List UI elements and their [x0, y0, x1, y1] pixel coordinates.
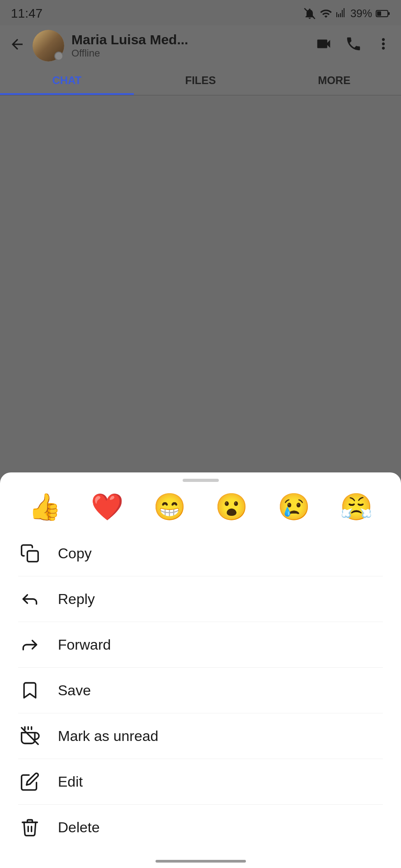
delete-label: Delete [58, 819, 100, 836]
grin-reaction[interactable]: 😁 [153, 494, 186, 520]
status-time: 11:47 [11, 6, 42, 21]
wow-reaction[interactable]: 😮 [215, 494, 248, 520]
mark-unread-icon [18, 724, 42, 748]
forward-label: Forward [58, 637, 111, 653]
forward-menu-item[interactable]: Forward [0, 622, 401, 667]
more-options-button[interactable] [375, 35, 392, 56]
edit-menu-item[interactable]: Edit [0, 759, 401, 804]
status-icons: 39% [303, 7, 390, 20]
save-label: Save [58, 682, 91, 699]
emoji-reaction-row: 👍 ❤️ 😁 😮 😢 😤 [0, 486, 401, 531]
copy-menu-item[interactable]: Copy [0, 531, 401, 576]
avatar[interactable] [33, 30, 64, 61]
reply-icon [18, 587, 42, 611]
drag-handle [183, 479, 219, 482]
delete-icon [18, 816, 42, 839]
mark-unread-label: Mark as unread [58, 728, 158, 745]
copy-icon [18, 542, 42, 565]
signal-icon [336, 7, 347, 20]
sad-reaction[interactable]: 😢 [278, 494, 310, 520]
bottom-nav-indicator [156, 860, 246, 863]
chat-area [0, 95, 401, 349]
angry-reaction[interactable]: 😤 [340, 494, 373, 520]
svg-rect-2 [388, 12, 390, 15]
contact-info: Maria Luisa Med... Offline [71, 32, 308, 59]
tab-files[interactable]: FILES [134, 66, 268, 95]
svg-rect-4 [28, 551, 38, 562]
sheet-handle [0, 472, 401, 486]
voice-call-button[interactable] [345, 35, 362, 56]
svg-rect-3 [377, 11, 381, 16]
back-button[interactable] [9, 36, 25, 55]
save-icon [18, 679, 42, 702]
status-bar: 11:47 39% [0, 0, 401, 25]
battery-text: 39% [350, 7, 372, 20]
notification-muted-icon [303, 7, 316, 20]
header-actions [315, 35, 392, 56]
tab-more[interactable]: MORE [267, 66, 401, 95]
video-call-button[interactable] [315, 35, 332, 56]
contact-status: Offline [71, 47, 308, 59]
avatar-badge [54, 52, 63, 61]
save-menu-item[interactable]: Save [0, 668, 401, 713]
bottom-sheet: 👍 ❤️ 😁 😮 😢 😤 Copy Reply [0, 472, 401, 868]
heart-reaction[interactable]: ❤️ [91, 494, 123, 520]
thumbsup-reaction[interactable]: 👍 [28, 494, 61, 520]
delete-menu-item[interactable]: Delete [0, 805, 401, 850]
contact-name: Maria Luisa Med... [71, 32, 308, 47]
chat-header: Maria Luisa Med... Offline [0, 25, 401, 66]
tab-bar: CHAT FILES MORE [0, 66, 401, 95]
copy-label: Copy [58, 545, 92, 562]
forward-icon [18, 633, 42, 656]
wifi-icon [320, 7, 332, 20]
edit-label: Edit [58, 774, 83, 790]
edit-icon [18, 770, 42, 793]
tab-chat[interactable]: CHAT [0, 66, 134, 95]
reply-label: Reply [58, 591, 95, 608]
battery-icon [376, 7, 390, 20]
svg-line-8 [22, 728, 38, 745]
mark-unread-menu-item[interactable]: Mark as unread [0, 713, 401, 759]
reply-menu-item[interactable]: Reply [0, 576, 401, 622]
